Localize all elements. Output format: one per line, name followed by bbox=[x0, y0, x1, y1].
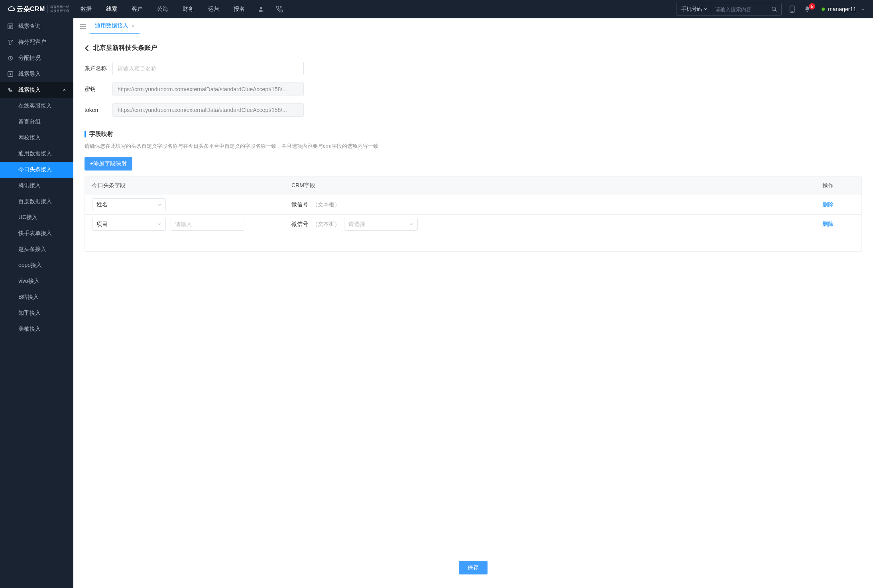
sidebar-item-clue-import[interactable]: 线索导入 bbox=[0, 66, 73, 82]
crm-field-hint: （文本框） bbox=[312, 201, 340, 208]
sidebar-sub-meiyou[interactable]: 美柚接入 bbox=[0, 321, 73, 337]
sidebar-sub-general-data[interactable]: 通用数据接入 bbox=[0, 146, 73, 162]
svg-point-0 bbox=[260, 7, 262, 9]
plug-icon bbox=[7, 87, 14, 93]
search-icon bbox=[771, 6, 777, 12]
sidebar-sub-oppo[interactable]: oppo接入 bbox=[0, 257, 73, 273]
th-toutiao-field: 今日头条字段 bbox=[92, 182, 291, 189]
close-icon[interactable]: × bbox=[132, 23, 135, 29]
input-key[interactable] bbox=[112, 82, 304, 96]
filter-icon bbox=[7, 39, 14, 45]
label-key: 密钥 bbox=[85, 86, 112, 93]
bell-icon[interactable]: 5 bbox=[802, 6, 812, 13]
nav-finance[interactable]: 财务 bbox=[175, 0, 201, 18]
sidebar-sub-kuaishou[interactable]: 快手表单接入 bbox=[0, 225, 73, 241]
table-row: 姓名 微信号 （文本框） 删除 bbox=[85, 195, 861, 214]
svg-point-2 bbox=[772, 7, 776, 11]
sidebar-item-pending-customer[interactable]: 待分配客户 bbox=[0, 34, 73, 50]
nav-customer[interactable]: 客户 bbox=[124, 0, 150, 18]
sidebar-sub-message-group[interactable]: 留言分组 bbox=[0, 114, 73, 130]
phone-icon[interactable] bbox=[270, 6, 289, 13]
sidebar-sub-baidu[interactable]: 百度数据接入 bbox=[0, 194, 73, 210]
top-header: 云朵CRM 教育机构一站 式服务云平台 数据 线索 客户 公海 财务 运营 报名 bbox=[0, 0, 873, 18]
nav-pool[interactable]: 公海 bbox=[150, 0, 175, 18]
page-title: 北京昱新科技头条账户 bbox=[93, 44, 157, 52]
label-token: token bbox=[85, 107, 112, 113]
mapping-table: 今日头条字段 CRM字段 操作 姓名 微信号 bbox=[85, 176, 862, 252]
search-input[interactable] bbox=[711, 3, 767, 15]
crm-field-hint: （文本框） bbox=[312, 221, 340, 228]
sidebar-sub-toutiao[interactable]: 今日头条接入 bbox=[0, 162, 73, 178]
toutiao-field-input[interactable] bbox=[171, 218, 244, 231]
sidebar-sub-bilibili[interactable]: B站接入 bbox=[0, 289, 73, 305]
mobile-icon[interactable] bbox=[787, 6, 797, 13]
nav-ops[interactable]: 运营 bbox=[201, 0, 226, 18]
section-bar-icon bbox=[85, 131, 86, 137]
breadcrumb: 北京昱新科技头条账户 bbox=[85, 44, 862, 52]
sidebar-item-clue-query[interactable]: 线索查询 bbox=[0, 18, 73, 34]
chevron-down-icon bbox=[704, 7, 708, 11]
input-account-name[interactable] bbox=[112, 62, 304, 75]
chevron-up-icon bbox=[62, 88, 66, 92]
toutiao-field-select[interactable]: 姓名 bbox=[92, 198, 166, 211]
crm-field-label: 微信号 bbox=[291, 201, 308, 208]
section-desc: 请确保您在此填写的头条自定义字段名称与在今日头条平台中自定义的字段名称一致，并且… bbox=[85, 143, 862, 150]
user-menu[interactable]: manager11 bbox=[818, 6, 865, 12]
crm-field-label: 微信号 bbox=[291, 221, 308, 228]
chevron-down-icon bbox=[157, 222, 161, 226]
sidebar-sub-qutoutiao[interactable]: 趣头条接入 bbox=[0, 241, 73, 257]
nav-data[interactable]: 数据 bbox=[73, 0, 99, 18]
search-combo: 手机号码 bbox=[676, 3, 782, 16]
sidebar-sub-online-cs[interactable]: 在线客服接入 bbox=[0, 98, 73, 114]
top-nav: 数据 线索 客户 公海 财务 运营 报名 bbox=[73, 0, 289, 18]
sidebar-sub-zhihu[interactable]: 知乎接入 bbox=[0, 305, 73, 321]
import-icon bbox=[7, 71, 14, 77]
svg-point-8 bbox=[9, 88, 10, 90]
pie-icon bbox=[7, 55, 14, 61]
delete-button[interactable]: 删除 bbox=[822, 201, 834, 208]
cloud-icon bbox=[8, 6, 15, 12]
sidebar-sub-school[interactable]: 网校接入 bbox=[0, 130, 73, 146]
collapse-sidebar-button[interactable] bbox=[77, 21, 88, 32]
input-token[interactable] bbox=[112, 103, 304, 117]
tab-general-data[interactable]: 通用数据接入 × bbox=[90, 18, 140, 34]
list-icon bbox=[7, 24, 14, 29]
save-button[interactable]: 保存 bbox=[459, 561, 488, 574]
th-action: 操作 bbox=[822, 182, 854, 189]
notification-badge: 5 bbox=[809, 3, 815, 10]
section-title: 字段映射 bbox=[89, 130, 113, 138]
sidebar-sub-vivo[interactable]: vivo接入 bbox=[0, 273, 73, 289]
sidebar-sub-tencent[interactable]: 腾讯接入 bbox=[0, 178, 73, 194]
chevron-down-icon bbox=[157, 203, 161, 207]
svg-point-9 bbox=[11, 90, 12, 92]
chevron-down-icon bbox=[409, 222, 413, 226]
table-row: 项目 微信号 （文本框） 请选择 bbox=[85, 214, 861, 234]
add-mapping-button[interactable]: +添加字段映射 bbox=[85, 157, 132, 171]
status-dot-icon bbox=[822, 8, 825, 11]
nav-enroll[interactable]: 报名 bbox=[226, 0, 252, 18]
empty-row bbox=[85, 234, 861, 251]
logo[interactable]: 云朵CRM 教育机构一站 式服务云平台 bbox=[0, 5, 73, 14]
search-button[interactable] bbox=[767, 3, 781, 15]
sidebar-sub-uc[interactable]: UC接入 bbox=[0, 210, 73, 225]
chevron-down-icon bbox=[861, 7, 865, 11]
sidebar: 线索查询 待分配客户 分配情况 线索导入 线索接入 在线客服接入 留言分组 网校… bbox=[0, 18, 73, 588]
svg-point-4 bbox=[792, 11, 792, 12]
sidebar-item-allocation[interactable]: 分配情况 bbox=[0, 50, 73, 66]
toutiao-field-select[interactable]: 项目 bbox=[92, 218, 166, 231]
user-icon[interactable] bbox=[252, 6, 270, 13]
th-crm-field: CRM字段 bbox=[291, 182, 822, 189]
crm-field-select[interactable]: 请选择 bbox=[344, 218, 418, 231]
tab-bar: 通用数据接入 × bbox=[73, 18, 873, 34]
sidebar-item-clue-access[interactable]: 线索接入 bbox=[0, 82, 73, 98]
label-account-name: 账户名称 bbox=[85, 65, 112, 72]
search-type-select[interactable]: 手机号码 bbox=[676, 3, 711, 15]
delete-button[interactable]: 删除 bbox=[822, 221, 834, 227]
back-button[interactable] bbox=[85, 45, 89, 51]
nav-clue[interactable]: 线索 bbox=[99, 0, 124, 18]
